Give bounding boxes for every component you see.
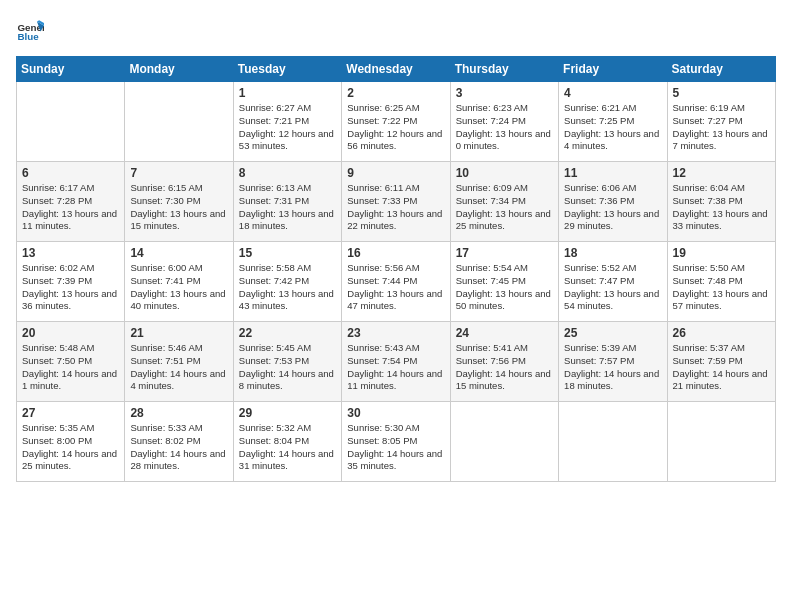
calendar-cell: 8Sunrise: 6:13 AM Sunset: 7:31 PM Daylig… xyxy=(233,162,341,242)
calendar-cell: 18Sunrise: 5:52 AM Sunset: 7:47 PM Dayli… xyxy=(559,242,667,322)
day-number: 21 xyxy=(130,326,227,340)
calendar-cell: 21Sunrise: 5:46 AM Sunset: 7:51 PM Dayli… xyxy=(125,322,233,402)
day-number: 24 xyxy=(456,326,553,340)
day-number: 17 xyxy=(456,246,553,260)
day-info: Sunrise: 6:04 AM Sunset: 7:38 PM Dayligh… xyxy=(673,182,770,233)
day-info: Sunrise: 5:41 AM Sunset: 7:56 PM Dayligh… xyxy=(456,342,553,393)
calendar-cell xyxy=(450,402,558,482)
day-info: Sunrise: 5:35 AM Sunset: 8:00 PM Dayligh… xyxy=(22,422,119,473)
calendar-cell: 28Sunrise: 5:33 AM Sunset: 8:02 PM Dayli… xyxy=(125,402,233,482)
day-info: Sunrise: 5:30 AM Sunset: 8:05 PM Dayligh… xyxy=(347,422,444,473)
day-number: 15 xyxy=(239,246,336,260)
day-number: 28 xyxy=(130,406,227,420)
day-info: Sunrise: 6:11 AM Sunset: 7:33 PM Dayligh… xyxy=(347,182,444,233)
calendar-cell: 19Sunrise: 5:50 AM Sunset: 7:48 PM Dayli… xyxy=(667,242,775,322)
calendar-cell: 9Sunrise: 6:11 AM Sunset: 7:33 PM Daylig… xyxy=(342,162,450,242)
calendar-cell: 1Sunrise: 6:27 AM Sunset: 7:21 PM Daylig… xyxy=(233,82,341,162)
calendar-week-row: 6Sunrise: 6:17 AM Sunset: 7:28 PM Daylig… xyxy=(17,162,776,242)
day-number: 1 xyxy=(239,86,336,100)
calendar-cell: 17Sunrise: 5:54 AM Sunset: 7:45 PM Dayli… xyxy=(450,242,558,322)
calendar-cell: 11Sunrise: 6:06 AM Sunset: 7:36 PM Dayli… xyxy=(559,162,667,242)
calendar-cell: 20Sunrise: 5:48 AM Sunset: 7:50 PM Dayli… xyxy=(17,322,125,402)
day-number: 11 xyxy=(564,166,661,180)
day-number: 19 xyxy=(673,246,770,260)
day-number: 13 xyxy=(22,246,119,260)
page-header: General Blue xyxy=(16,16,776,44)
calendar-cell: 26Sunrise: 5:37 AM Sunset: 7:59 PM Dayli… xyxy=(667,322,775,402)
day-info: Sunrise: 6:17 AM Sunset: 7:28 PM Dayligh… xyxy=(22,182,119,233)
day-number: 26 xyxy=(673,326,770,340)
day-info: Sunrise: 5:39 AM Sunset: 7:57 PM Dayligh… xyxy=(564,342,661,393)
calendar-cell: 25Sunrise: 5:39 AM Sunset: 7:57 PM Dayli… xyxy=(559,322,667,402)
calendar-cell: 30Sunrise: 5:30 AM Sunset: 8:05 PM Dayli… xyxy=(342,402,450,482)
day-number: 30 xyxy=(347,406,444,420)
day-info: Sunrise: 5:58 AM Sunset: 7:42 PM Dayligh… xyxy=(239,262,336,313)
calendar-cell: 12Sunrise: 6:04 AM Sunset: 7:38 PM Dayli… xyxy=(667,162,775,242)
calendar-cell: 23Sunrise: 5:43 AM Sunset: 7:54 PM Dayli… xyxy=(342,322,450,402)
calendar-cell: 13Sunrise: 6:02 AM Sunset: 7:39 PM Dayli… xyxy=(17,242,125,322)
day-of-week-header: Sunday xyxy=(17,57,125,82)
calendar-cell: 2Sunrise: 6:25 AM Sunset: 7:22 PM Daylig… xyxy=(342,82,450,162)
calendar-cell: 3Sunrise: 6:23 AM Sunset: 7:24 PM Daylig… xyxy=(450,82,558,162)
day-number: 22 xyxy=(239,326,336,340)
day-number: 5 xyxy=(673,86,770,100)
calendar-week-row: 20Sunrise: 5:48 AM Sunset: 7:50 PM Dayli… xyxy=(17,322,776,402)
calendar-table: SundayMondayTuesdayWednesdayThursdayFrid… xyxy=(16,56,776,482)
day-info: Sunrise: 6:21 AM Sunset: 7:25 PM Dayligh… xyxy=(564,102,661,153)
day-info: Sunrise: 5:37 AM Sunset: 7:59 PM Dayligh… xyxy=(673,342,770,393)
day-info: Sunrise: 5:54 AM Sunset: 7:45 PM Dayligh… xyxy=(456,262,553,313)
day-info: Sunrise: 5:46 AM Sunset: 7:51 PM Dayligh… xyxy=(130,342,227,393)
day-info: Sunrise: 6:06 AM Sunset: 7:36 PM Dayligh… xyxy=(564,182,661,233)
day-info: Sunrise: 5:33 AM Sunset: 8:02 PM Dayligh… xyxy=(130,422,227,473)
calendar-week-row: 13Sunrise: 6:02 AM Sunset: 7:39 PM Dayli… xyxy=(17,242,776,322)
day-number: 9 xyxy=(347,166,444,180)
day-of-week-header: Wednesday xyxy=(342,57,450,82)
calendar-header-row: SundayMondayTuesdayWednesdayThursdayFrid… xyxy=(17,57,776,82)
day-number: 27 xyxy=(22,406,119,420)
logo: General Blue xyxy=(16,16,44,44)
day-number: 29 xyxy=(239,406,336,420)
calendar-cell: 27Sunrise: 5:35 AM Sunset: 8:00 PM Dayli… xyxy=(17,402,125,482)
day-info: Sunrise: 6:23 AM Sunset: 7:24 PM Dayligh… xyxy=(456,102,553,153)
calendar-week-row: 27Sunrise: 5:35 AM Sunset: 8:00 PM Dayli… xyxy=(17,402,776,482)
calendar-cell xyxy=(559,402,667,482)
day-info: Sunrise: 5:43 AM Sunset: 7:54 PM Dayligh… xyxy=(347,342,444,393)
calendar-cell: 24Sunrise: 5:41 AM Sunset: 7:56 PM Dayli… xyxy=(450,322,558,402)
day-info: Sunrise: 6:19 AM Sunset: 7:27 PM Dayligh… xyxy=(673,102,770,153)
day-info: Sunrise: 5:48 AM Sunset: 7:50 PM Dayligh… xyxy=(22,342,119,393)
calendar-week-row: 1Sunrise: 6:27 AM Sunset: 7:21 PM Daylig… xyxy=(17,82,776,162)
day-number: 14 xyxy=(130,246,227,260)
day-number: 23 xyxy=(347,326,444,340)
day-info: Sunrise: 5:52 AM Sunset: 7:47 PM Dayligh… xyxy=(564,262,661,313)
day-info: Sunrise: 5:32 AM Sunset: 8:04 PM Dayligh… xyxy=(239,422,336,473)
day-number: 10 xyxy=(456,166,553,180)
day-number: 8 xyxy=(239,166,336,180)
day-number: 2 xyxy=(347,86,444,100)
day-number: 4 xyxy=(564,86,661,100)
day-info: Sunrise: 6:27 AM Sunset: 7:21 PM Dayligh… xyxy=(239,102,336,153)
day-number: 6 xyxy=(22,166,119,180)
day-info: Sunrise: 5:45 AM Sunset: 7:53 PM Dayligh… xyxy=(239,342,336,393)
logo-icon: General Blue xyxy=(16,16,44,44)
day-number: 18 xyxy=(564,246,661,260)
calendar-cell: 4Sunrise: 6:21 AM Sunset: 7:25 PM Daylig… xyxy=(559,82,667,162)
day-info: Sunrise: 6:15 AM Sunset: 7:30 PM Dayligh… xyxy=(130,182,227,233)
day-number: 25 xyxy=(564,326,661,340)
day-of-week-header: Friday xyxy=(559,57,667,82)
calendar-cell: 5Sunrise: 6:19 AM Sunset: 7:27 PM Daylig… xyxy=(667,82,775,162)
day-number: 7 xyxy=(130,166,227,180)
calendar-cell: 16Sunrise: 5:56 AM Sunset: 7:44 PM Dayli… xyxy=(342,242,450,322)
calendar-cell xyxy=(125,82,233,162)
day-of-week-header: Saturday xyxy=(667,57,775,82)
svg-text:Blue: Blue xyxy=(17,31,39,42)
day-number: 12 xyxy=(673,166,770,180)
day-info: Sunrise: 6:25 AM Sunset: 7:22 PM Dayligh… xyxy=(347,102,444,153)
calendar-cell: 6Sunrise: 6:17 AM Sunset: 7:28 PM Daylig… xyxy=(17,162,125,242)
day-info: Sunrise: 6:02 AM Sunset: 7:39 PM Dayligh… xyxy=(22,262,119,313)
day-of-week-header: Thursday xyxy=(450,57,558,82)
calendar-cell: 29Sunrise: 5:32 AM Sunset: 8:04 PM Dayli… xyxy=(233,402,341,482)
day-number: 20 xyxy=(22,326,119,340)
day-of-week-header: Monday xyxy=(125,57,233,82)
calendar-cell: 15Sunrise: 5:58 AM Sunset: 7:42 PM Dayli… xyxy=(233,242,341,322)
calendar-cell: 22Sunrise: 5:45 AM Sunset: 7:53 PM Dayli… xyxy=(233,322,341,402)
